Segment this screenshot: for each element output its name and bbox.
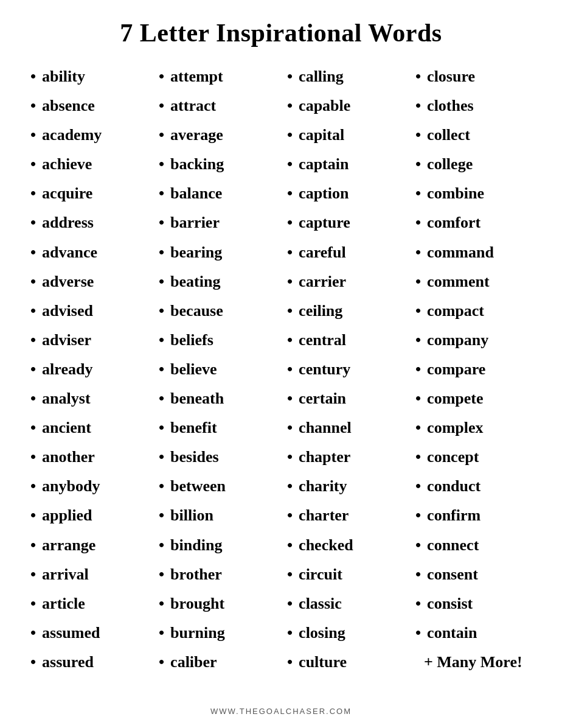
list-item: analyst — [30, 384, 147, 413]
list-item: believe — [159, 355, 275, 384]
list-item: billion — [159, 501, 275, 530]
list-item: combine — [415, 179, 532, 208]
list-item: advance — [30, 238, 147, 267]
list-item: absence — [30, 91, 147, 121]
list-item: closure — [415, 62, 532, 91]
list-item: arrange — [30, 531, 147, 560]
word-column-2: attemptattractaveragebackingbalancebarri… — [153, 62, 281, 695]
list-item: acquire — [30, 179, 147, 208]
list-item: complex — [415, 413, 532, 443]
list-item: beneath — [159, 384, 275, 413]
list-item: brother — [159, 560, 275, 589]
list-item: beating — [159, 267, 275, 296]
list-item: consist — [415, 589, 532, 618]
list-item: culture — [287, 648, 403, 677]
list-item: caption — [287, 179, 403, 208]
list-item: barrier — [159, 208, 275, 237]
list-item: channel — [287, 413, 403, 443]
list-item: charter — [287, 501, 403, 530]
page-title: 7 Letter Inspirational Words — [120, 18, 442, 47]
list-item: between — [159, 472, 275, 501]
list-item: assumed — [30, 618, 147, 648]
list-item: already — [30, 355, 147, 384]
word-column-1: abilityabsenceacademyachieveacquireaddre… — [24, 62, 153, 695]
list-item: compact — [415, 296, 532, 326]
list-item: balance — [159, 179, 275, 208]
list-item: closing — [287, 618, 403, 648]
list-item: certain — [287, 384, 403, 413]
list-item: concept — [415, 443, 532, 472]
list-item: capable — [287, 91, 403, 121]
list-item: attract — [159, 91, 275, 121]
word-column-4: closureclothescollectcollegecombinecomfo… — [409, 62, 538, 695]
list-item: besides — [159, 443, 275, 472]
list-item: burning — [159, 618, 275, 648]
list-item: conduct — [415, 472, 532, 501]
list-item: carrier — [287, 267, 403, 296]
list-item: another — [30, 443, 147, 472]
list-item: careful — [287, 238, 403, 267]
list-item: comfort — [415, 208, 532, 237]
list-item: arrival — [30, 560, 147, 589]
list-item: advised — [30, 296, 147, 326]
list-item: backing — [159, 150, 275, 179]
list-item: capture — [287, 208, 403, 237]
list-item: address — [30, 208, 147, 237]
list-item: command — [415, 238, 532, 267]
list-item: applied — [30, 501, 147, 530]
list-item: century — [287, 355, 403, 384]
list-item: average — [159, 121, 275, 150]
list-item: attempt — [159, 62, 275, 91]
list-item: brought — [159, 589, 275, 618]
list-item: academy — [30, 121, 147, 150]
list-item: calling — [287, 62, 403, 91]
list-item: company — [415, 326, 532, 355]
list-item: assured — [30, 648, 147, 677]
list-item: college — [415, 150, 532, 179]
list-item: bearing — [159, 238, 275, 267]
list-item: beliefs — [159, 326, 275, 355]
list-item: compare — [415, 355, 532, 384]
list-item: article — [30, 589, 147, 618]
list-item: capital — [287, 121, 403, 150]
list-item: ancient — [30, 413, 147, 443]
list-item: benefit — [159, 413, 275, 443]
list-item: connect — [415, 531, 532, 560]
list-item: consent — [415, 560, 532, 589]
list-item: compete — [415, 384, 532, 413]
list-item: anybody — [30, 472, 147, 501]
list-item: ability — [30, 62, 147, 91]
list-item: achieve — [30, 150, 147, 179]
list-item: clothes — [415, 91, 532, 121]
list-item: contain — [415, 618, 532, 648]
list-item: collect — [415, 121, 532, 150]
word-grid: abilityabsenceacademyachieveacquireaddre… — [24, 62, 538, 695]
list-item: comment — [415, 267, 532, 296]
list-item: circuit — [287, 560, 403, 589]
list-item: because — [159, 296, 275, 326]
list-item: central — [287, 326, 403, 355]
list-item: chapter — [287, 443, 403, 472]
list-item: captain — [287, 150, 403, 179]
list-item: ceiling — [287, 296, 403, 326]
list-item: binding — [159, 531, 275, 560]
list-item: charity — [287, 472, 403, 501]
list-item: confirm — [415, 501, 532, 530]
list-item: adviser — [30, 326, 147, 355]
list-item: caliber — [159, 648, 275, 677]
more-text: + Many More! — [415, 648, 532, 677]
list-item: checked — [287, 531, 403, 560]
word-column-3: callingcapablecapitalcaptaincaptioncaptu… — [281, 62, 409, 695]
list-item: adverse — [30, 267, 147, 296]
footer-url: WWW.THEGOALCHASER.COM — [210, 707, 352, 716]
list-item: classic — [287, 589, 403, 618]
